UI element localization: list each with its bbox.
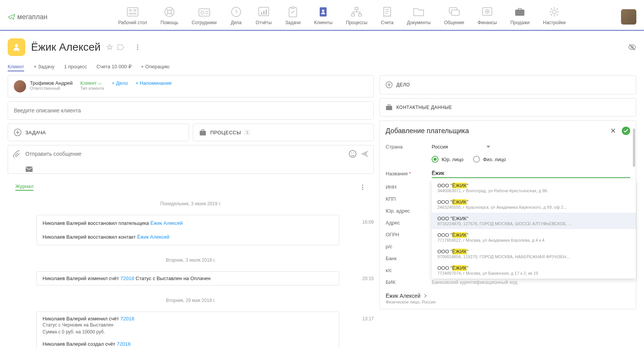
tab-process[interactable]: 1 процесс <box>64 64 87 71</box>
svg-rect-30 <box>515 10 524 16</box>
workflow-icon <box>350 6 363 18</box>
name-label: Название* <box>386 171 432 176</box>
nav-affairs[interactable]: Дела <box>224 4 248 30</box>
mail-icon[interactable] <box>25 166 33 172</box>
log-link[interactable]: Ёжик Алексей <box>150 220 182 226</box>
suggestion-item[interactable]: ООО "ЁЖИК"2463245555, г Красноярск, ул А… <box>432 196 636 213</box>
suggestion-item[interactable]: ООО "ЕЖИК"9715224870, 127576, ГОРОД МОСК… <box>432 213 636 229</box>
nav-tasks[interactable]: Задачи <box>279 4 306 30</box>
nav-invoices[interactable]: Счета <box>375 4 399 30</box>
nav-settings[interactable]: Настройки <box>537 4 572 30</box>
radio-individual[interactable]: Физ. лицо <box>473 156 506 163</box>
owner-name: Трофимов Андрей <box>30 80 72 86</box>
nav-help[interactable]: Помощь <box>155 4 184 30</box>
send-icon[interactable] <box>360 150 369 158</box>
add-deal-link[interactable]: + Дело <box>112 80 128 86</box>
existing-payer[interactable]: Ёжик Алексей Физическое лицо, Россия <box>380 288 636 309</box>
more-icon[interactable] <box>134 44 141 51</box>
contacts-panel[interactable]: КОНТАКТНЫЕ ДАННЫЕ <box>380 98 636 117</box>
svg-point-4 <box>165 7 174 16</box>
svg-rect-3 <box>129 13 136 15</box>
chat-icon <box>448 6 460 18</box>
client-type[interactable]: Клиент <box>80 80 104 86</box>
star-icon[interactable] <box>106 44 113 51</box>
tag-icon[interactable] <box>117 44 125 50</box>
suggestion-item[interactable]: ООО "ЁЖИК"3445063071, г Волгоград, ул Ра… <box>432 180 636 196</box>
log-link[interactable]: 72018 <box>117 341 130 347</box>
log-block: Николаев Валерий изменил счёт 72018 Стат… <box>36 271 339 285</box>
safe-icon <box>481 6 493 18</box>
deal-panel[interactable]: ДЕЛО <box>380 75 636 94</box>
ogrn-label: ОГРН <box>386 232 432 237</box>
svg-point-18 <box>322 10 324 12</box>
chart-icon <box>258 6 270 18</box>
nav-processes[interactable]: Процессы <box>340 4 373 30</box>
svg-rect-16 <box>291 7 294 8</box>
svg-rect-20 <box>352 14 355 16</box>
journal-more-icon[interactable] <box>359 184 366 191</box>
nav-finance[interactable]: Финансы <box>472 4 503 30</box>
suggestion-item[interactable]: ООО "ЁЖИК"9709018854, 119270, ГОРОД МОСК… <box>432 246 636 262</box>
owner-avatar[interactable] <box>14 80 26 92</box>
inn-label: ИНН <box>386 184 432 190</box>
logo[interactable]: мегаплан <box>8 13 48 21</box>
log-time: 16:09 <box>362 215 374 229</box>
radio-legal[interactable]: Юр. лицо <box>432 156 463 163</box>
nav-sales[interactable]: Продажи <box>504 4 535 30</box>
add-reminder-link[interactable]: + Напоминание <box>135 80 171 86</box>
journal-tab[interactable]: Журнал <box>15 183 33 191</box>
svg-point-34 <box>137 47 138 48</box>
plus-circle-icon <box>14 129 21 136</box>
nav-clients[interactable]: Клиенты <box>308 4 338 30</box>
svg-rect-39 <box>200 131 206 135</box>
nav-desktop[interactable]: Рабочий стол <box>112 4 153 30</box>
briefcase-tiny-icon <box>386 104 393 111</box>
country-select[interactable]: Россия <box>432 144 630 150</box>
ks-label: к/с <box>386 267 432 273</box>
visibility-off-icon[interactable] <box>628 43 636 51</box>
country-label: Страна <box>386 144 432 150</box>
tab-invoices[interactable]: Счета 10 000 ₽ <box>97 64 131 71</box>
svg-rect-19 <box>355 7 358 10</box>
bik-label: БИК <box>386 279 432 285</box>
svg-point-42 <box>353 153 354 153</box>
tab-client[interactable]: Клиент <box>8 64 24 71</box>
close-button[interactable]: ✕ <box>610 127 616 135</box>
addr-label: Адрес <box>386 220 432 226</box>
nav-reports[interactable]: Отчёты <box>250 4 278 30</box>
user-avatar[interactable] <box>621 9 636 25</box>
briefcase-small-icon <box>199 129 207 136</box>
name-input[interactable] <box>432 169 630 178</box>
task-card[interactable]: ЗАДАЧА <box>8 124 189 141</box>
gear-icon <box>548 6 560 18</box>
svg-rect-14 <box>266 10 267 15</box>
clock-icon <box>230 6 242 18</box>
svg-point-33 <box>137 45 138 46</box>
log-link[interactable]: 72018 <box>120 275 134 281</box>
legal-addr-label: Юр. адрес <box>386 208 432 214</box>
person-icon <box>12 43 21 51</box>
contacts-icon <box>317 6 329 18</box>
svg-rect-0 <box>127 8 138 16</box>
process-card[interactable]: ПРОЦЕССЫ 1 <box>193 124 374 141</box>
tab-add-operation[interactable]: + Операцию <box>141 64 170 71</box>
nav-chat[interactable]: Общение <box>438 4 470 30</box>
nav-employees[interactable]: Сотрудники <box>186 4 222 30</box>
paperclip-icon[interactable] <box>13 150 20 158</box>
log-time: 20:15 <box>362 271 374 286</box>
clipboard-icon <box>287 6 299 18</box>
log-link[interactable]: Ёжик Алексей <box>137 234 169 240</box>
emoji-icon[interactable] <box>349 150 356 158</box>
suggestion-item[interactable]: ООО "ЁЖИК"7724897074, г Москва, ул Бакин… <box>432 262 636 279</box>
log-link[interactable]: 72018 <box>120 316 134 322</box>
suggestion-item[interactable]: ООО "ЁЖИК"7717659022, г Москва, ул Акаде… <box>432 229 636 246</box>
badge-icon <box>198 6 210 18</box>
svg-point-40 <box>349 150 356 157</box>
tab-add-task[interactable]: + Задачу <box>34 64 54 71</box>
svg-point-44 <box>362 185 363 186</box>
nav-documents[interactable]: Документы <box>401 4 437 30</box>
description-input[interactable] <box>8 102 373 119</box>
confirm-button[interactable] <box>622 127 630 135</box>
message-input[interactable] <box>25 151 345 157</box>
svg-point-31 <box>552 10 556 14</box>
